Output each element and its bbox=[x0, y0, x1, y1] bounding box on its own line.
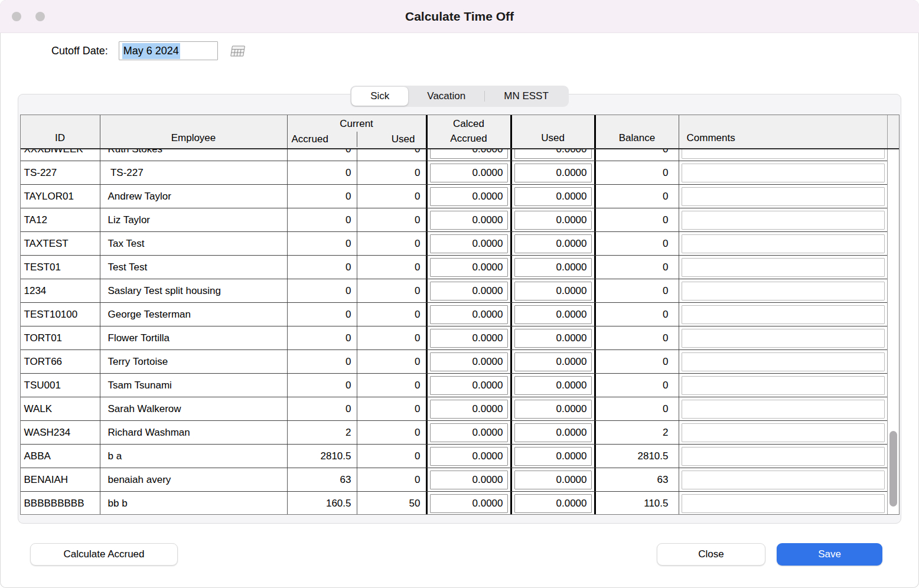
cell-current-used: 0 bbox=[357, 185, 426, 208]
calced-used-field[interactable]: 0.0000 bbox=[514, 329, 592, 348]
calendar-icon[interactable] bbox=[230, 45, 246, 57]
calced-used-field[interactable]: 0.0000 bbox=[514, 305, 592, 324]
cell-current-accrued: 0 bbox=[287, 279, 357, 302]
minimize-window-button[interactable] bbox=[35, 12, 45, 21]
calced-used-field[interactable]: 0.0000 bbox=[514, 494, 592, 513]
calced-accrued-field[interactable]: 0.0000 bbox=[430, 234, 508, 253]
comments-field[interactable] bbox=[682, 149, 885, 159]
scrollbar-thumb[interactable] bbox=[889, 431, 897, 507]
calced-accrued-field[interactable]: 0.0000 bbox=[430, 352, 508, 371]
calced-accrued-field[interactable]: 0.0000 bbox=[430, 423, 508, 442]
comments-field[interactable] bbox=[682, 447, 885, 466]
cell-calced-accrued: 0.0000 bbox=[426, 303, 510, 326]
calced-used-field[interactable]: 0.0000 bbox=[514, 282, 592, 300]
calced-used-field[interactable]: 0.0000 bbox=[514, 423, 592, 442]
header-employee: Employee bbox=[100, 115, 287, 148]
table-row[interactable]: WASH234 Richard Washman 2 0 0.0000 0.000… bbox=[21, 421, 887, 445]
cell-calced-used: 0.0000 bbox=[510, 374, 594, 397]
table-row[interactable]: XXXBIWEEK Ruth Stokes 0 0 0.0000 0.0000 … bbox=[21, 149, 887, 161]
save-button[interactable]: Save bbox=[777, 543, 882, 566]
calced-accrued-field[interactable]: 0.0000 bbox=[430, 400, 508, 419]
cell-employee: Flower Tortilla bbox=[100, 326, 287, 349]
calced-used-field[interactable]: 0.0000 bbox=[514, 376, 592, 395]
cell-balance: 0 bbox=[594, 350, 679, 373]
calced-accrued-field[interactable]: 0.0000 bbox=[430, 329, 508, 348]
cell-balance: 63 bbox=[594, 468, 679, 491]
comments-field[interactable] bbox=[682, 400, 885, 419]
comments-field[interactable] bbox=[682, 329, 885, 348]
calced-accrued-field[interactable]: 0.0000 bbox=[430, 211, 508, 230]
calced-used-field[interactable]: 0.0000 bbox=[514, 149, 592, 159]
calced-used-field[interactable]: 0.0000 bbox=[514, 234, 592, 253]
cell-current-used: 0 bbox=[357, 232, 426, 255]
calced-used-field[interactable]: 0.0000 bbox=[514, 164, 592, 182]
cell-comments bbox=[679, 303, 887, 326]
comments-field[interactable] bbox=[682, 187, 885, 206]
cutoff-date-input[interactable]: May 6 2024 bbox=[119, 41, 218, 60]
cell-comments bbox=[679, 421, 887, 444]
calced-used-field[interactable]: 0.0000 bbox=[514, 471, 592, 489]
table-row[interactable]: TEST10100 George Testerman 0 0 0.0000 0.… bbox=[21, 303, 887, 326]
calced-used-field[interactable]: 0.0000 bbox=[514, 187, 592, 206]
calced-used-field[interactable]: 0.0000 bbox=[514, 447, 592, 466]
calced-used-field[interactable]: 0.0000 bbox=[514, 352, 592, 371]
cell-current-accrued: 0 bbox=[287, 326, 357, 349]
comments-field[interactable] bbox=[682, 471, 885, 489]
table-row[interactable]: TSU001 Tsam Tsunami 0 0 0.0000 0.0000 0 bbox=[21, 374, 887, 397]
comments-field[interactable] bbox=[682, 211, 885, 230]
cell-comments bbox=[679, 208, 887, 231]
vertical-scrollbar[interactable] bbox=[887, 149, 899, 514]
calced-accrued-field[interactable]: 0.0000 bbox=[430, 258, 508, 277]
close-window-button[interactable] bbox=[12, 12, 21, 21]
table-row[interactable]: BBBBBBBBB bb b 160.5 50 0.0000 0.0000 11… bbox=[21, 492, 887, 514]
table-row[interactable]: TEST01 Test Test 0 0 0.0000 0.0000 0 bbox=[21, 256, 887, 279]
tab-mn-esst[interactable]: MN ESST bbox=[485, 87, 568, 106]
calced-used-field[interactable]: 0.0000 bbox=[514, 400, 592, 419]
calced-accrued-field[interactable]: 0.0000 bbox=[430, 187, 508, 206]
cell-current-accrued: 2810.5 bbox=[287, 445, 357, 468]
calculate-accrued-button[interactable]: Calculate Accrued bbox=[30, 543, 178, 566]
tab-sick[interactable]: Sick bbox=[351, 87, 408, 106]
comments-field[interactable] bbox=[682, 376, 885, 395]
table-row[interactable]: 1234 Saslary Test split housing 0 0 0.00… bbox=[21, 279, 887, 303]
calced-accrued-field[interactable]: 0.0000 bbox=[430, 447, 508, 466]
calced-accrued-field[interactable]: 0.0000 bbox=[430, 282, 508, 300]
cell-calced-used: 0.0000 bbox=[510, 397, 594, 420]
comments-field[interactable] bbox=[682, 258, 885, 277]
comments-field[interactable] bbox=[682, 423, 885, 442]
calced-accrued-field[interactable]: 0.0000 bbox=[430, 164, 508, 182]
calced-used-field[interactable]: 0.0000 bbox=[514, 258, 592, 277]
table-row[interactable]: TORT66 Terry Tortoise 0 0 0.0000 0.0000 … bbox=[21, 350, 887, 374]
calced-accrued-field[interactable]: 0.0000 bbox=[430, 471, 508, 489]
calced-accrued-field[interactable]: 0.0000 bbox=[430, 305, 508, 324]
cell-comments bbox=[679, 161, 887, 184]
cell-calced-accrued: 0.0000 bbox=[426, 350, 510, 373]
table-row[interactable]: TAYLOR01 Andrew Taylor 0 0 0.0000 0.0000… bbox=[21, 185, 887, 208]
table-row[interactable]: TA12 Liz Taylor 0 0 0.0000 0.0000 0 bbox=[21, 208, 887, 232]
calced-used-field[interactable]: 0.0000 bbox=[514, 211, 592, 230]
table-row[interactable]: WALK Sarah Walkerow 0 0 0.0000 0.0000 0 bbox=[21, 397, 887, 421]
table-row[interactable]: TAXTEST Tax Test 0 0 0.0000 0.0000 0 bbox=[21, 232, 887, 256]
calced-accrued-field[interactable]: 0.0000 bbox=[430, 494, 508, 513]
cell-current-accrued: 0 bbox=[287, 397, 357, 420]
table-row[interactable]: TORT01 Flower Tortilla 0 0 0.0000 0.0000… bbox=[21, 326, 887, 350]
comments-field[interactable] bbox=[682, 234, 885, 253]
comments-field[interactable] bbox=[682, 305, 885, 324]
time-off-table: ID Employee Current Accrued Used Calced … bbox=[20, 115, 900, 515]
cell-id: WALK bbox=[21, 397, 100, 420]
cell-id: TSU001 bbox=[21, 374, 100, 397]
cell-current-used: 0 bbox=[357, 256, 426, 279]
close-button[interactable]: Close bbox=[657, 543, 765, 566]
tab-vacation[interactable]: Vacation bbox=[408, 87, 484, 106]
cell-current-accrued: 0 bbox=[287, 185, 357, 208]
comments-field[interactable] bbox=[682, 282, 885, 300]
calced-accrued-field[interactable]: 0.0000 bbox=[430, 149, 508, 159]
calced-accrued-field[interactable]: 0.0000 bbox=[430, 376, 508, 395]
table-row[interactable]: TS-227 TS-227 0 0 0.0000 0.0000 0 bbox=[21, 161, 887, 185]
comments-field[interactable] bbox=[682, 352, 885, 371]
comments-field[interactable] bbox=[682, 494, 885, 513]
table-row[interactable]: ABBA b a 2810.5 0 0.0000 0.0000 2810.5 bbox=[21, 445, 887, 468]
cell-calced-used: 0.0000 bbox=[510, 421, 594, 444]
comments-field[interactable] bbox=[682, 164, 885, 182]
table-row[interactable]: BENAIAH benaiah avery 63 0 0.0000 0.0000… bbox=[21, 468, 887, 492]
